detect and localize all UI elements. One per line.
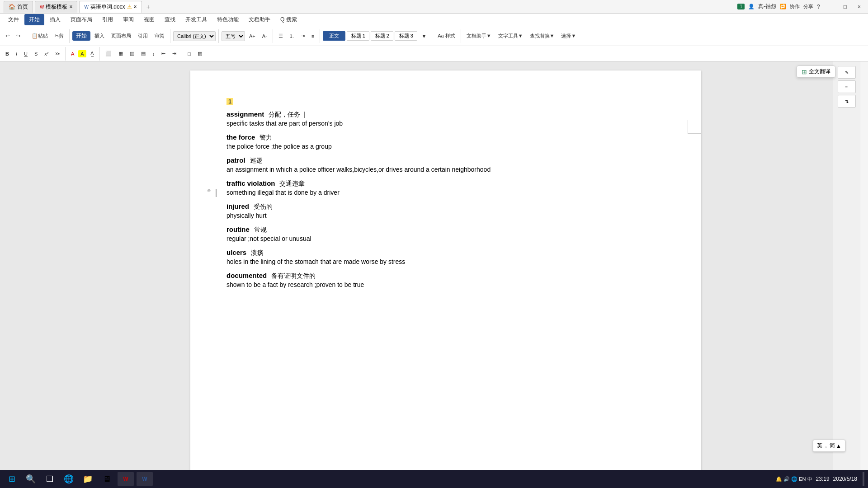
- help-icon[interactable]: ?: [817, 4, 820, 10]
- text-tool-btn[interactable]: 文字工具▼: [495, 31, 526, 41]
- align-left-btn[interactable]: ⬜: [103, 49, 114, 58]
- indent-right-btn[interactable]: ⇥: [170, 49, 179, 58]
- ribbon-view[interactable]: 视图: [139, 14, 159, 25]
- find-replace-btn[interactable]: 查找替换▼: [527, 31, 557, 41]
- cn-assignment: 分配，任务: [269, 111, 300, 118]
- ribbon-ref[interactable]: 引用: [98, 14, 118, 25]
- search-btn[interactable]: 🔍: [23, 472, 39, 486]
- maximize-btn[interactable]: □: [840, 3, 850, 11]
- cut-btn[interactable]: ✂剪: [52, 31, 66, 41]
- right-tool-3[interactable]: ⇅: [838, 95, 856, 108]
- shading-btn[interactable]: ▨: [195, 49, 205, 58]
- 协作-btn[interactable]: 协作: [790, 3, 800, 10]
- ribbon-review[interactable]: 审阅: [118, 14, 138, 25]
- review-btn[interactable]: 审阅: [152, 31, 167, 41]
- italic-btn[interactable]: I: [13, 50, 20, 58]
- right-tool-1[interactable]: ✎: [838, 66, 856, 79]
- wps-taskbar-btn[interactable]: W: [118, 472, 134, 486]
- warning-icon: ⚠: [127, 4, 132, 10]
- user-avatar: 👤: [748, 4, 755, 9]
- ribbon-layout[interactable]: 页面布局: [66, 14, 97, 25]
- paste-btn[interactable]: 📋粘贴: [29, 31, 51, 41]
- font-color-btn[interactable]: A: [68, 50, 77, 58]
- sep5: [273, 29, 273, 43]
- start-btn[interactable]: ⊞: [4, 472, 20, 486]
- strikethrough-btn[interactable]: S: [32, 50, 40, 58]
- entry-patrol-word-line: patrol 巡逻: [226, 156, 665, 165]
- list-ul-btn[interactable]: ☰: [276, 32, 286, 40]
- tab-home[interactable]: 🏠 首页: [4, 1, 33, 13]
- taskbar: ⊞ 🔍 ❑ 🌐 📁 🖥 W W 🔔 🔊 🌐 EN 中 23:19 2020/5/…: [0, 470, 868, 488]
- sep3: [170, 29, 170, 43]
- style-h1[interactable]: 标题 1: [347, 31, 369, 41]
- line-height-btn[interactable]: ↕: [150, 50, 158, 58]
- show-desktop-btn[interactable]: [863, 472, 864, 486]
- ribbon-search[interactable]: Q 搜索: [276, 14, 302, 25]
- entry-injured-word-line: injured 受伤的: [226, 202, 665, 211]
- align-center-btn[interactable]: ▦: [116, 49, 126, 58]
- doc-assist-btn[interactable]: 文档助手▼: [464, 31, 494, 41]
- list-ol-btn[interactable]: 1.: [287, 32, 297, 40]
- sep11: [182, 47, 182, 61]
- tab-docx[interactable]: W 英语单词.docx ⚠ ×: [79, 1, 142, 13]
- task-view-btn[interactable]: ❑: [42, 472, 58, 486]
- ribbon-docassist[interactable]: 文档助手: [244, 14, 275, 25]
- ribbon-special[interactable]: 特色功能: [212, 14, 243, 25]
- new-tab-button[interactable]: +: [144, 3, 153, 10]
- doc-area[interactable]: ⊕ 1 assignment 分配，任务 | specific tasks th…: [59, 61, 833, 475]
- tab-template[interactable]: W 模板模板 ×: [35, 1, 77, 13]
- font-family-select[interactable]: Calibri (正文): [173, 31, 216, 41]
- align-right-btn[interactable]: ▥: [127, 49, 137, 58]
- undo-btn[interactable]: ↩: [3, 32, 12, 40]
- style-normal[interactable]: 正文: [323, 31, 345, 41]
- style-h3[interactable]: 标题 3: [395, 31, 417, 41]
- page-layout-btn[interactable]: 页面布局: [108, 31, 134, 41]
- sys-tray: 🔔 🔊 🌐 EN 中: [776, 476, 812, 483]
- text-tools-btn[interactable]: Aa 样式: [435, 31, 458, 41]
- page-number-marker: 1: [226, 98, 665, 110]
- select-btn[interactable]: 选择▼: [558, 31, 579, 41]
- style-more-btn[interactable]: ▼: [419, 32, 429, 40]
- close-btn[interactable]: ×: [854, 3, 864, 11]
- font-size-select[interactable]: 五号 四号 三号: [222, 31, 245, 41]
- indent-btn[interactable]: ⇥: [298, 32, 307, 40]
- bold-btn[interactable]: B: [3, 50, 12, 58]
- entry-documented: documented 备有证明文件的 shown to be a fact by…: [226, 272, 665, 288]
- subscript-btn[interactable]: x₂: [52, 49, 62, 58]
- cursor-caret: |: [304, 111, 306, 118]
- highlight-btn[interactable]: A: [78, 50, 86, 57]
- normal-style-btn[interactable]: 开始: [72, 31, 90, 41]
- border-btn[interactable]: □: [185, 50, 193, 58]
- insert-btn[interactable]: 插入: [92, 31, 107, 41]
- redo-btn[interactable]: ↪: [14, 32, 23, 40]
- minimize-btn[interactable]: —: [824, 3, 836, 11]
- indent-left-btn[interactable]: ⇤: [159, 49, 168, 58]
- translate-panel[interactable]: ⊞ 全文翻译: [797, 66, 835, 78]
- ribbon-dev[interactable]: 开发工具: [181, 14, 212, 25]
- cn-injured: 受伤的: [254, 203, 273, 210]
- sep7: [432, 29, 432, 43]
- other-app-btn[interactable]: W: [137, 472, 153, 486]
- justify-btn[interactable]: ▤: [138, 49, 148, 58]
- align-btn[interactable]: ≡: [309, 32, 317, 40]
- font-shrink-btn[interactable]: A-: [259, 32, 270, 40]
- lang-switcher[interactable]: 英 ， 简 ▲: [813, 440, 845, 452]
- font-grow-btn[interactable]: A+: [246, 32, 258, 40]
- text-shade-btn[interactable]: A̲: [88, 49, 97, 58]
- file-explorer-btn[interactable]: 📁: [80, 472, 96, 486]
- ref-btn[interactable]: 引用: [135, 31, 151, 41]
- edge-btn[interactable]: 🌐: [61, 472, 77, 486]
- ribbon-home[interactable]: 开始: [24, 14, 44, 25]
- display-btn[interactable]: 🖥: [99, 472, 115, 486]
- superscript-btn[interactable]: x²: [42, 50, 51, 58]
- ribbon-file[interactable]: 文件: [4, 14, 24, 25]
- main-area: ⊕ 1 assignment 分配，任务 | specific tasks th…: [0, 61, 868, 475]
- ribbon-insert[interactable]: 插入: [45, 14, 65, 25]
- tab-docx-close[interactable]: ×: [134, 4, 137, 10]
- 分享-btn[interactable]: 分享: [803, 3, 813, 10]
- tab-template-close[interactable]: ×: [69, 4, 72, 10]
- ribbon-find[interactable]: 查找: [160, 14, 180, 25]
- style-h2[interactable]: 标题 2: [371, 31, 393, 41]
- underline-btn[interactable]: U: [21, 50, 30, 58]
- right-tool-2[interactable]: ≡: [838, 80, 856, 93]
